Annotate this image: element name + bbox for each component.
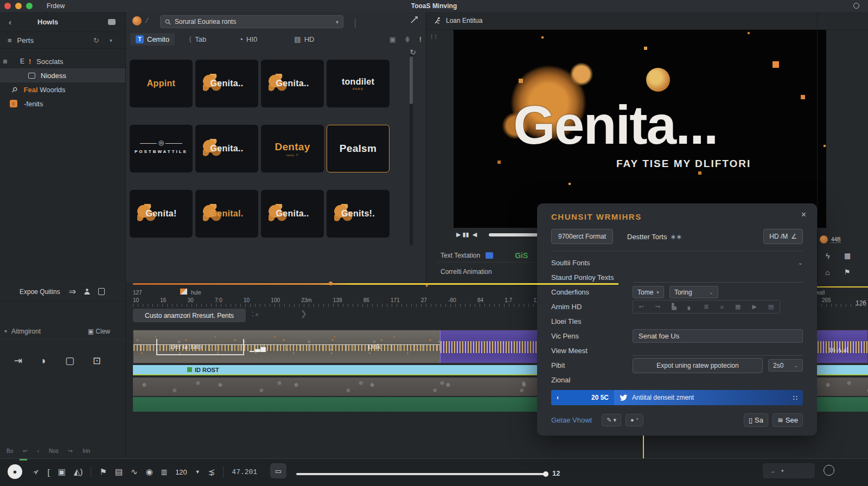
grid-scrollbar[interactable] bbox=[410, 54, 413, 245]
range-marker-dot[interactable] bbox=[329, 282, 333, 285]
vic-pens-input[interactable] bbox=[633, 329, 803, 343]
banner-message-segment[interactable]: Antiital denseit zment ∷ bbox=[614, 390, 803, 405]
dest-label-wrap[interactable]: Destter Torts∗∗ bbox=[627, 233, 682, 241]
home-upload-icon[interactable]: ⌂ bbox=[825, 268, 829, 277]
template-thumb[interactable]: Genita.. bbox=[261, 190, 324, 238]
template-thumb[interactable]: Dentaytosu 7 bbox=[261, 125, 324, 172]
grid-icon[interactable]: ▦ bbox=[735, 303, 741, 310]
output-mode-button[interactable]: →▾ bbox=[763, 463, 815, 478]
see-button[interactable]: ≋See bbox=[773, 413, 803, 427]
sidebar-back-label[interactable]: Howls bbox=[37, 18, 58, 26]
nav-nos[interactable]: Nos bbox=[49, 448, 59, 454]
undo-icon[interactable]: ↩ bbox=[23, 448, 27, 454]
sidebar-item-socclats[interactable]: E ! Socclats bbox=[0, 54, 125, 68]
hd-quality-button[interactable]: HD /M∠ bbox=[763, 229, 803, 244]
warning-icon[interactable]: ! bbox=[419, 35, 422, 43]
search-dropdown[interactable]: Sorural Eouriea ronts ▾ bbox=[160, 15, 343, 28]
play-icon[interactable]: ▶ bbox=[752, 303, 757, 310]
tab-hd[interactable]: ▤ HD bbox=[289, 33, 320, 46]
sidebar-item-fenits[interactable]: c -fenits bbox=[0, 97, 125, 111]
preset-button[interactable]: Custo anamzori Rresurt. Pents bbox=[133, 309, 246, 322]
tag-tool-icon[interactable]: ◗ bbox=[41, 355, 47, 367]
row-view[interactable]: View Meest bbox=[551, 343, 803, 358]
arrow-right-icon[interactable]: ⇒ bbox=[69, 286, 76, 297]
range-marker-arrow[interactable]: ▸ bbox=[426, 283, 429, 288]
list-search-icons[interactable]: ⁚ ⌕ bbox=[252, 311, 259, 318]
back-icon[interactable]: ‹ bbox=[9, 17, 11, 27]
chevron-down-icon[interactable]: ▾ bbox=[4, 328, 7, 334]
flag-tool-icon[interactable]: ⚑ bbox=[99, 467, 106, 477]
close-icon[interactable]: × bbox=[801, 210, 806, 220]
undo-icon[interactable]: ↩ bbox=[639, 303, 644, 310]
clip-selection-bracket[interactable]: Der ia Tato bbox=[156, 339, 244, 355]
sa-button[interactable]: ▯Sa bbox=[744, 413, 768, 427]
tool-swatch-icon[interactable] bbox=[180, 289, 187, 295]
row-ponloy[interactable]: Staurd Ponloy Texts bbox=[551, 270, 803, 285]
maximize-window-button[interactable] bbox=[26, 3, 33, 9]
record-icon[interactable]: ◉ bbox=[146, 467, 153, 477]
squiggle-icon[interactable]: ∿ bbox=[131, 467, 138, 477]
scale-dropdown[interactable]: 2s0⌄ bbox=[768, 359, 803, 372]
template-thumb[interactable]: Appint bbox=[130, 60, 193, 107]
view-toggle[interactable]: ▣ Clew bbox=[88, 328, 110, 335]
angle-icon[interactable]: ◭) bbox=[74, 467, 83, 477]
add-person-button[interactable]: ● ⁺ bbox=[626, 414, 644, 426]
person-icon[interactable] bbox=[84, 288, 91, 295]
chat-bubble-icon[interactable] bbox=[108, 19, 116, 25]
ruler-numbers[interactable]: 10 16 30 7:0 10 100 23m 139 86 171 27 -8… bbox=[133, 297, 542, 303]
sidebar-item-feal-woorlds[interactable]: ⚲ Feal Woorlds bbox=[0, 82, 125, 97]
template-thumb[interactable]: Genits!. bbox=[327, 190, 390, 238]
tome-dropdown[interactable]: Tome▾ bbox=[633, 286, 664, 298]
template-thumb[interactable]: Genita.. bbox=[195, 60, 258, 107]
dots-grid-icon[interactable]: ∷ bbox=[793, 394, 797, 402]
track-group-row[interactable]: ▾ Aitmgiront ▣ Clew bbox=[0, 323, 125, 340]
slider-handle[interactable] bbox=[543, 471, 548, 477]
getae-vhowt-link[interactable]: Getae Vhowt bbox=[551, 416, 592, 424]
close-window-button[interactable] bbox=[4, 3, 11, 9]
user-avatar[interactable] bbox=[820, 235, 828, 244]
list-icon[interactable]: ≣ bbox=[704, 303, 709, 310]
draw-button[interactable]: ✎ ▾ bbox=[602, 414, 621, 426]
tab-cemito[interactable]: T Cemito bbox=[130, 33, 175, 46]
export-tool-icon[interactable]: ⊡ bbox=[93, 355, 101, 367]
redo-icon[interactable]: ↪ bbox=[68, 448, 73, 454]
fox-avatar-icon[interactable] bbox=[132, 16, 142, 25]
sidebar-item-niodess[interactable]: Niodess bbox=[0, 68, 125, 82]
play-button[interactable]: ▶ ▮▮ ◀ bbox=[456, 231, 477, 238]
camera-view-button[interactable]: ▭ bbox=[270, 463, 286, 478]
image-frame-icon[interactable]: ▣ bbox=[58, 467, 66, 477]
media-box-icon[interactable]: ▤ bbox=[115, 467, 123, 477]
lines-icon[interactable]: ≡ bbox=[720, 304, 724, 310]
film-icon[interactable]: ⋕ bbox=[405, 35, 411, 43]
playhead[interactable] bbox=[643, 436, 644, 458]
chevron-down-icon[interactable]: ⌄ bbox=[798, 259, 803, 266]
minimize-window-button[interactable] bbox=[15, 3, 22, 9]
hamburger-icon[interactable]: ≡ bbox=[8, 36, 12, 44]
template-thumb-selected[interactable]: Pealsm bbox=[327, 125, 390, 172]
nav-bo[interactable]: Bo bbox=[7, 448, 13, 454]
folder-icon[interactable]: ▣ bbox=[389, 35, 395, 43]
template-thumb[interactable]: tondiletPARS bbox=[327, 60, 390, 107]
row-zional[interactable]: Zional bbox=[551, 373, 803, 387]
template-thumb[interactable]: Genita.. bbox=[195, 125, 258, 172]
toring-dropdown[interactable]: Toring⌄ bbox=[669, 286, 718, 298]
align-toolbar[interactable]: ↩↪▙▖≣≡▦▶▤ bbox=[633, 300, 780, 314]
template-thumb[interactable]: Genita! bbox=[130, 190, 193, 238]
video-canvas[interactable]: Genita... FAY TISE MY DLIFTORI bbox=[454, 30, 826, 228]
pick-tool-icon[interactable] bbox=[410, 15, 419, 24]
share-banner[interactable]: ‹ 20 5C Antiital denseit zment ∷ bbox=[551, 390, 803, 405]
prev-icon[interactable]: ‹ bbox=[37, 448, 39, 454]
chevron-right-icon[interactable]: ❯ bbox=[301, 309, 307, 318]
crop-tool-icon[interactable]: ▢ bbox=[65, 355, 74, 367]
refresh-icon[interactable]: ↻ bbox=[93, 36, 99, 44]
align-left-icon[interactable]: ▙ bbox=[672, 303, 676, 310]
zoom-value[interactable]: 120 bbox=[175, 468, 187, 476]
snap-icon[interactable]: ⋨ bbox=[208, 467, 215, 477]
template-thumb[interactable]: Genita.. bbox=[261, 60, 324, 107]
tab-hi0[interactable]: ◔ HI0 bbox=[233, 33, 263, 46]
nav-irin[interactable]: Irin bbox=[82, 448, 90, 454]
chevron-down-icon[interactable]: ▼ bbox=[195, 469, 200, 475]
tab-tab[interactable]: ⟨ Tab bbox=[183, 33, 212, 46]
scrollbar-thumb[interactable] bbox=[410, 56, 413, 104]
extend-tool-icon[interactable]: ⇥ bbox=[14, 355, 22, 367]
